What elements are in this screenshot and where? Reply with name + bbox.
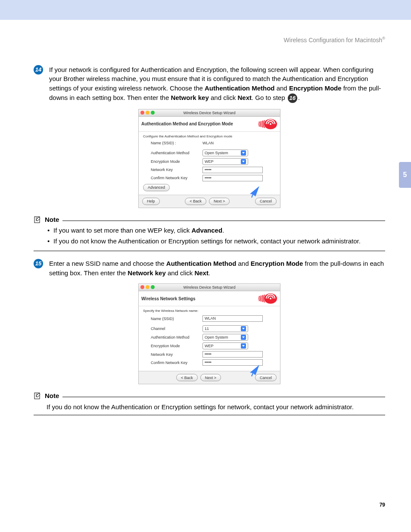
encryption-select[interactable]: WEP <box>202 342 248 349</box>
ssid-label: Name (SSID) : <box>143 141 202 145</box>
note-body: If you do not know the Authentication or… <box>47 402 385 411</box>
netkey-input[interactable]: ••••• <box>202 167 263 173</box>
divider <box>34 415 385 415</box>
next-button[interactable]: Next > <box>209 198 230 205</box>
close-icon[interactable] <box>140 285 144 289</box>
chevron-down-icon <box>241 326 246 331</box>
dialog-heading: Authentication Method and Encryption Mod… <box>141 121 233 126</box>
step-15-text: Enter a new SSID name and choose the Aut… <box>49 259 385 278</box>
channel-label: Channel <box>143 327 202 331</box>
close-icon[interactable] <box>140 111 144 115</box>
confirm-netkey-label: Confirm Network Key <box>143 361 202 365</box>
svg-point-1 <box>270 123 271 125</box>
ssid-value: WLAN <box>202 141 214 145</box>
channel-select[interactable]: 11 <box>202 325 248 332</box>
advanced-button[interactable]: Advanced <box>143 184 170 191</box>
auth-label: Authentication Method <box>143 151 202 155</box>
note-title: Note <box>45 216 59 223</box>
ssid-label: Name (SSID) <box>143 317 202 321</box>
zoom-icon[interactable] <box>151 285 155 289</box>
min-icon[interactable] <box>146 111 149 115</box>
netkey-label: Network Key <box>143 352 202 357</box>
back-button[interactable]: < Back <box>176 374 198 381</box>
divider <box>62 221 385 221</box>
screenshot-auth-encryption: Wireless Device Setup Wizard Authenticat… <box>138 109 280 208</box>
chevron-down-icon <box>241 159 246 164</box>
dialog-subtext: Specify the Wireless Network name: <box>143 309 276 313</box>
wifi-logo-icon <box>253 293 277 304</box>
divider <box>62 397 385 397</box>
back-button[interactable]: < Back <box>185 198 206 205</box>
chapter-tab: 5 <box>399 162 411 188</box>
step-ref-16: 16 <box>288 93 297 103</box>
help-button[interactable]: Help <box>142 198 160 205</box>
next-button[interactable]: Next > <box>200 374 221 381</box>
note-icon <box>34 216 41 224</box>
auth-select[interactable]: Open System <box>202 334 248 341</box>
note-list: If you want to set more than one WEP key… <box>47 226 385 246</box>
screenshot-wireless-settings: Wireless Device Setup Wizard Wireless Ne… <box>138 283 280 384</box>
page-header: Wireless Configuration for Macintosh® <box>34 36 385 44</box>
confirm-netkey-input[interactable]: ••••• <box>202 175 263 181</box>
confirm-netkey-label: Confirm Network Key <box>143 176 202 180</box>
auth-select[interactable]: Open System <box>202 149 248 156</box>
encryption-label: Encryption Mode <box>143 159 202 164</box>
encryption-select[interactable]: WEP <box>202 158 248 165</box>
page-number: 79 <box>380 502 385 508</box>
chevron-down-icon <box>241 343 246 348</box>
window-titlebar: Wireless Device Setup Wizard <box>139 284 280 291</box>
step-14-text: If your network is configured for Authen… <box>49 65 385 103</box>
encryption-label: Encryption Mode <box>143 344 202 348</box>
step-badge-14: 14 <box>34 65 43 75</box>
netkey-label: Network Key <box>143 168 202 172</box>
chevron-down-icon <box>241 335 246 340</box>
window-titlebar: Wireless Device Setup Wizard <box>139 109 280 117</box>
auth-label: Authentication Method <box>143 335 202 339</box>
min-icon[interactable] <box>146 285 149 289</box>
note-icon <box>34 392 41 400</box>
netkey-input[interactable]: ••••• <box>202 351 263 358</box>
dialog-heading: Wireless Network Settings <box>141 296 196 301</box>
zoom-icon[interactable] <box>151 111 155 115</box>
cancel-button[interactable]: Cancel <box>255 198 277 205</box>
dialog-subtext: Configure the Authentication Method and … <box>143 134 276 138</box>
svg-point-4 <box>270 298 271 299</box>
chevron-down-icon <box>241 150 246 156</box>
wifi-logo-icon <box>253 118 277 130</box>
note-title: Note <box>45 392 59 399</box>
top-band <box>0 0 411 20</box>
arrow-annotation-icon <box>247 364 260 377</box>
divider <box>34 251 385 251</box>
step-badge-15: 15 <box>34 259 43 268</box>
ssid-input[interactable]: WLAN <box>202 315 263 322</box>
arrow-annotation-icon <box>247 185 260 198</box>
